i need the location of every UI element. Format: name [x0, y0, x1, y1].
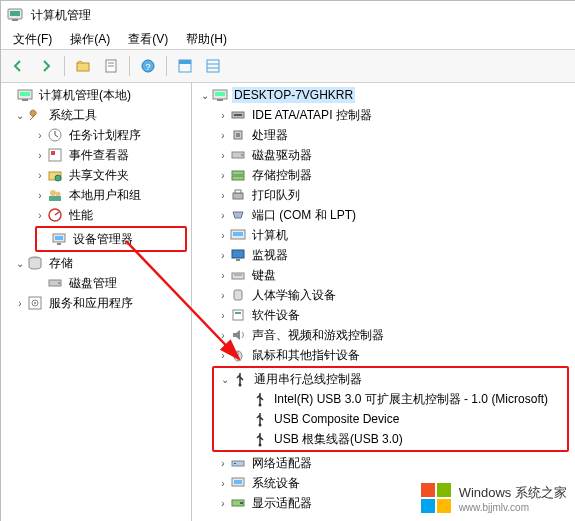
up-level-button[interactable] [70, 54, 96, 78]
svg-rect-51 [236, 259, 240, 261]
twisty-collapsed[interactable]: › [216, 330, 230, 341]
devmgr-root[interactable]: ⌄ DESKTOP-7VGHKRR [192, 85, 575, 105]
properties-button[interactable] [98, 54, 124, 78]
services-icon [27, 295, 43, 311]
twisty-collapsed[interactable]: › [13, 298, 27, 309]
twisty-expanded[interactable]: ⌄ [198, 90, 212, 101]
speaker-icon [230, 327, 246, 343]
usb-intel[interactable]: Intel(R) USB 3.0 可扩展主机控制器 - 1.0 (Microso… [214, 389, 567, 409]
view-alt-icon [205, 58, 221, 74]
task-scheduler[interactable]: › 任务计划程序 [1, 125, 191, 145]
usb-composite-label: USB Composite Device [272, 412, 401, 426]
keyboard-icon [230, 267, 246, 283]
menu-help[interactable]: 帮助(H) [178, 30, 235, 49]
cat-hid[interactable]: › 人体学输入设备 [192, 285, 575, 305]
nav-forward-button[interactable] [33, 54, 59, 78]
hid-icon [230, 287, 246, 303]
menu-view[interactable]: 查看(V) [120, 30, 176, 49]
twisty-collapsed[interactable]: › [33, 190, 47, 201]
view-icon [177, 58, 193, 74]
twisty-collapsed[interactable]: › [216, 310, 230, 321]
usb-composite[interactable]: USB Composite Device [214, 409, 567, 429]
cat-software-dev[interactable]: › 软件设备 [192, 305, 575, 325]
storage[interactable]: ⌄ 存储 [1, 253, 191, 273]
usb-highlight: ⌄ 通用串行总线控制器 Intel(R) USB 3.0 可扩展主机控制器 - … [212, 366, 569, 452]
devmgr-root-label: DESKTOP-7VGHKRR [232, 87, 355, 103]
cat-usb[interactable]: ⌄ 通用串行总线控制器 [214, 369, 567, 389]
nav-back-button[interactable] [5, 54, 31, 78]
twisty-collapsed[interactable]: › [33, 150, 47, 161]
svg-rect-19 [51, 151, 55, 155]
left-root[interactable]: ▶ 计算机管理(本地) [1, 85, 191, 105]
twisty-collapsed[interactable]: › [33, 170, 47, 181]
twisty-collapsed[interactable]: › [216, 130, 230, 141]
twisty-expanded[interactable]: ⌄ [13, 110, 27, 121]
toolbar: ? [1, 49, 575, 83]
cat-display[interactable]: › 显示适配器 [192, 493, 575, 513]
left-tree[interactable]: ▶ 计算机管理(本地) ⌄ 系统工具 › 任务计划程序 › 事件查看器 › [1, 83, 192, 521]
twisty-collapsed[interactable]: › [216, 498, 230, 509]
cat-keyboards-label: 键盘 [250, 267, 278, 284]
cat-cpu-label: 处理器 [250, 127, 290, 144]
cat-storage-ctrl[interactable]: › 存储控制器 [192, 165, 575, 185]
services-apps[interactable]: › 服务和应用程序 [1, 293, 191, 313]
twisty-collapsed[interactable]: › [216, 350, 230, 361]
twisty-expanded[interactable]: ⌄ [218, 374, 232, 385]
twisty-collapsed[interactable]: › [216, 110, 230, 121]
system-tools[interactable]: ⌄ 系统工具 [1, 105, 191, 125]
twisty-collapsed[interactable]: › [33, 210, 47, 221]
svg-point-31 [58, 282, 60, 284]
computer-icon [212, 87, 228, 103]
mouse-icon [230, 347, 246, 363]
cat-mice[interactable]: › 鼠标和其他指针设备 [192, 345, 575, 365]
twisty-collapsed[interactable]: › [216, 290, 230, 301]
right-tree[interactable]: ⌄ DESKTOP-7VGHKRR › IDE ATA/ATAPI 控制器 › … [192, 83, 575, 521]
twisty-collapsed[interactable]: › [216, 210, 230, 221]
view-button-2[interactable] [200, 54, 226, 78]
cat-mice-label: 鼠标和其他指针设备 [250, 347, 362, 364]
svg-rect-54 [234, 290, 242, 300]
menu-file[interactable]: 文件(F) [5, 30, 60, 49]
cat-monitors[interactable]: › 监视器 [192, 245, 575, 265]
cat-sys-dev[interactable]: › 系统设备 [192, 473, 575, 493]
twisty-collapsed[interactable]: › [33, 130, 47, 141]
cat-print-queues[interactable]: › 打印队列 [192, 185, 575, 205]
twisty-collapsed[interactable]: › [216, 170, 230, 181]
twisty-collapsed[interactable]: › [216, 190, 230, 201]
menu-action[interactable]: 操作(A) [62, 30, 118, 49]
help-button[interactable]: ? [135, 54, 161, 78]
cat-ports[interactable]: › 端口 (COM 和 LPT) [192, 205, 575, 225]
event-viewer[interactable]: › 事件查看器 [1, 145, 191, 165]
cat-ide[interactable]: › IDE ATA/ATAPI 控制器 [192, 105, 575, 125]
twisty-collapsed[interactable]: › [216, 478, 230, 489]
svg-rect-3 [77, 63, 89, 71]
cat-ports-label: 端口 (COM 和 LPT) [250, 207, 358, 224]
usb-root-hub[interactable]: USB 根集线器(USB 3.0) [214, 429, 567, 449]
disk-management[interactable]: › 磁盘管理 [1, 273, 191, 293]
usb-device-icon [252, 411, 268, 427]
cat-computers[interactable]: › 计算机 [192, 225, 575, 245]
computer-icon [230, 227, 246, 243]
twisty-expanded[interactable]: ⌄ [13, 258, 27, 269]
cat-net[interactable]: › 网络适配器 [192, 453, 575, 473]
cat-cpu[interactable]: › 处理器 [192, 125, 575, 145]
svg-rect-63 [232, 461, 244, 466]
local-users[interactable]: › 本地用户和组 [1, 185, 191, 205]
compmgmt-icon [7, 7, 23, 23]
device-manager[interactable]: › 设备管理器 [37, 229, 185, 249]
performance[interactable]: › 性能 [1, 205, 191, 225]
twisty-collapsed[interactable]: › [216, 270, 230, 281]
twisty-collapsed[interactable]: › [216, 458, 230, 469]
twisty-collapsed[interactable]: › [216, 230, 230, 241]
view-button-1[interactable] [172, 54, 198, 78]
twisty-collapsed[interactable]: › [216, 150, 230, 161]
twisty-collapsed[interactable]: › [216, 250, 230, 261]
svg-rect-2 [12, 19, 18, 21]
cat-keyboards[interactable]: › 键盘 [192, 265, 575, 285]
shared-folders[interactable]: › 共享文件夹 [1, 165, 191, 185]
device-manager-label: 设备管理器 [71, 231, 135, 248]
cat-disk-drives[interactable]: › 磁盘驱动器 [192, 145, 575, 165]
cat-sound[interactable]: › 声音、视频和游戏控制器 [192, 325, 575, 345]
svg-rect-39 [234, 114, 242, 116]
task-scheduler-label: 任务计划程序 [67, 127, 143, 144]
